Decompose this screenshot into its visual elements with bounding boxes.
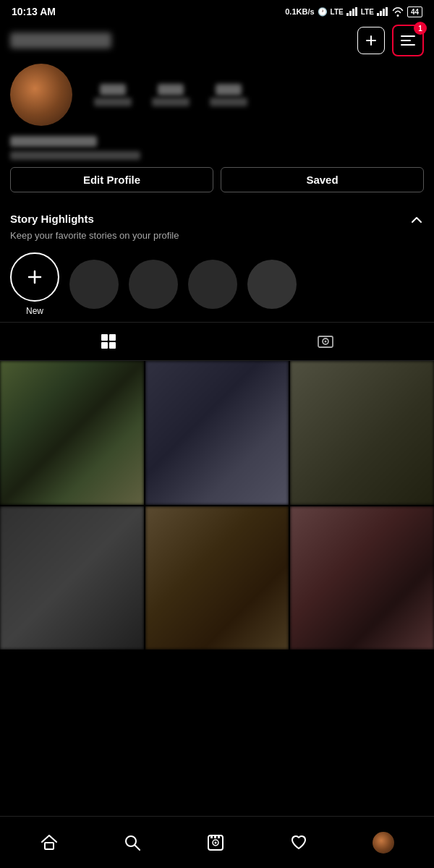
profile-section: Edit Profile Saved bbox=[0, 64, 434, 213]
followers-label bbox=[152, 98, 190, 106]
profile-bio bbox=[10, 151, 140, 160]
highlight-new-label: New bbox=[26, 306, 43, 316]
content-tabs bbox=[0, 322, 434, 361]
status-bar: 10:13 AM 0.1KB/s 🕐 LTE LTE 44 bbox=[0, 0, 434, 20]
profile-stats bbox=[94, 84, 424, 106]
svg-rect-3 bbox=[355, 7, 357, 16]
svg-rect-6 bbox=[383, 9, 385, 16]
status-time: 10:13 AM bbox=[12, 6, 56, 17]
profile-avatar-nav bbox=[373, 832, 394, 854]
posts-label bbox=[94, 98, 132, 106]
svg-rect-1 bbox=[349, 11, 352, 16]
tab-reels[interactable] bbox=[288, 330, 363, 353]
edit-profile-button[interactable]: Edit Profile bbox=[10, 167, 213, 192]
photo-grid bbox=[0, 361, 434, 650]
lte2-icon: LTE bbox=[361, 8, 374, 16]
profile-info bbox=[10, 136, 424, 160]
highlight-circle-2 bbox=[129, 260, 178, 309]
highlights-row: New bbox=[10, 252, 424, 316]
svg-rect-25 bbox=[210, 835, 213, 838]
svg-rect-15 bbox=[109, 342, 116, 349]
lte-icon: LTE bbox=[331, 8, 344, 16]
nav-likes[interactable] bbox=[281, 826, 317, 859]
svg-point-24 bbox=[214, 841, 216, 843]
svg-rect-5 bbox=[380, 11, 382, 16]
highlight-3[interactable] bbox=[188, 260, 237, 309]
svg-rect-12 bbox=[101, 334, 108, 341]
home-icon bbox=[40, 833, 59, 852]
photo-cell-2[interactable] bbox=[145, 361, 289, 505]
photo-cell-4[interactable] bbox=[0, 506, 144, 650]
nav-profile[interactable] bbox=[364, 825, 403, 861]
clock-icon: 🕐 bbox=[318, 7, 328, 17]
highlight-circle-4 bbox=[247, 260, 297, 309]
svg-rect-14 bbox=[101, 342, 108, 349]
svg-rect-19 bbox=[45, 843, 54, 849]
status-right: 0.1KB/s 🕐 LTE LTE 44 bbox=[285, 7, 422, 17]
nav-home[interactable] bbox=[31, 826, 67, 859]
photo-cell-6[interactable] bbox=[290, 506, 434, 650]
nav-search[interactable] bbox=[114, 826, 150, 859]
svg-rect-13 bbox=[109, 334, 116, 341]
svg-line-21 bbox=[135, 845, 140, 850]
top-nav: 1 bbox=[0, 20, 434, 64]
svg-rect-26 bbox=[214, 835, 216, 838]
profile-top bbox=[10, 64, 424, 126]
highlight-2[interactable] bbox=[129, 260, 178, 309]
posts-stat bbox=[94, 84, 132, 106]
svg-rect-4 bbox=[377, 13, 379, 16]
highlights-subtitle: Keep your favorite stories on your profi… bbox=[10, 230, 424, 241]
following-label bbox=[210, 98, 247, 106]
notification-badge: 1 bbox=[414, 22, 427, 35]
signal-bars2-icon bbox=[377, 7, 388, 16]
highlights-section: Story Highlights Keep your favorite stor… bbox=[0, 213, 434, 316]
posts-count bbox=[100, 84, 126, 95]
bottom-nav bbox=[0, 816, 434, 868]
highlights-collapse-button[interactable] bbox=[409, 213, 424, 227]
svg-rect-2 bbox=[352, 9, 354, 16]
menu-button[interactable]: 1 bbox=[392, 25, 424, 56]
profile-name bbox=[10, 136, 97, 147]
svg-rect-0 bbox=[346, 13, 349, 16]
nav-icons: 1 bbox=[357, 25, 424, 56]
plus-icon bbox=[25, 267, 45, 287]
svg-rect-7 bbox=[386, 7, 388, 16]
chevron-up-icon bbox=[409, 213, 424, 227]
highlight-new[interactable]: New bbox=[10, 252, 59, 316]
heart-icon bbox=[289, 833, 308, 852]
following-stat bbox=[210, 84, 247, 106]
camera-icon bbox=[317, 333, 334, 350]
network-speed: 0.1KB/s bbox=[285, 7, 314, 16]
followers-count bbox=[158, 84, 184, 95]
hamburger-icon bbox=[401, 35, 415, 46]
avatar bbox=[10, 64, 72, 126]
battery-icon: 44 bbox=[407, 7, 422, 17]
photo-cell-3[interactable] bbox=[290, 361, 434, 505]
svg-point-18 bbox=[325, 341, 327, 343]
highlight-4[interactable] bbox=[247, 260, 297, 309]
highlight-circle-3 bbox=[188, 260, 237, 309]
photo-cell-1[interactable] bbox=[0, 361, 144, 505]
highlights-header: Story Highlights bbox=[10, 213, 424, 227]
wifi-icon bbox=[391, 7, 404, 17]
saved-button[interactable]: Saved bbox=[221, 167, 424, 192]
svg-rect-27 bbox=[218, 835, 220, 838]
following-count bbox=[216, 84, 242, 95]
signal-bars-icon bbox=[346, 7, 358, 16]
highlight-1[interactable] bbox=[69, 260, 119, 309]
search-icon bbox=[123, 833, 142, 852]
username-display bbox=[10, 33, 111, 48]
followers-stat bbox=[152, 84, 190, 106]
highlights-title: Story Highlights bbox=[10, 213, 94, 225]
highlight-circle-1 bbox=[69, 260, 119, 309]
reels-icon bbox=[206, 833, 225, 852]
nav-reels[interactable] bbox=[197, 826, 234, 859]
tab-grid[interactable] bbox=[71, 330, 146, 353]
profile-buttons: Edit Profile Saved bbox=[10, 167, 424, 192]
grid-icon bbox=[100, 333, 117, 350]
photo-cell-5[interactable] bbox=[145, 506, 289, 650]
add-highlight-button[interactable] bbox=[10, 252, 59, 302]
add-post-button[interactable] bbox=[357, 27, 385, 54]
